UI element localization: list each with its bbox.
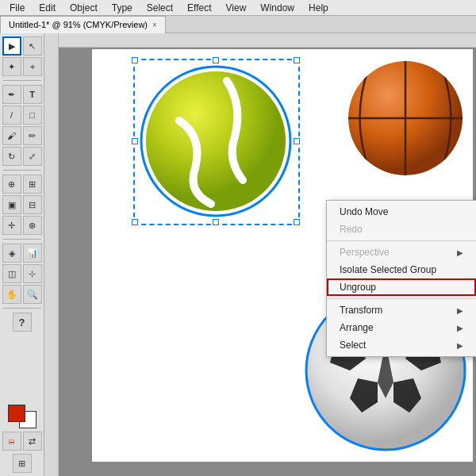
svg-point-2 xyxy=(146,71,286,211)
menu-effect[interactable]: Effect xyxy=(181,1,217,15)
divider-1 xyxy=(3,80,41,81)
handle-bm[interactable] xyxy=(213,219,219,225)
tool-row-1: ▶ ↖ xyxy=(2,36,42,56)
context-menu-arrange[interactable]: Arrange ▶ xyxy=(327,319,476,336)
menu-bar: File Edit Object Type Select Effect View… xyxy=(0,0,476,16)
tool-row-8: ▣ ⊟ xyxy=(2,195,42,214)
tool-row-5: 🖌 ✏ xyxy=(2,126,42,145)
context-menu-undo-move[interactable]: Undo Move xyxy=(327,203,476,221)
artboard-tool[interactable]: ◫ xyxy=(2,264,21,283)
magic-wand-tool[interactable]: ✦ xyxy=(2,57,21,76)
transform-arrow: ▶ xyxy=(457,306,463,315)
tool-row-3: ✒ T xyxy=(2,85,42,104)
free-transform-tool[interactable]: ⊞ xyxy=(23,175,42,194)
context-menu-perspective: Perspective ▶ xyxy=(327,244,476,261)
tab-bar: Untitled-1* @ 91% (CMYK/Preview) × xyxy=(0,16,476,33)
canvas-area: Undo Move Redo Perspective ▶ Isolate Sel… xyxy=(44,33,476,476)
tool-row-13: ? xyxy=(13,313,32,332)
lasso-tool[interactable]: ⌖ xyxy=(23,57,42,76)
tool-row-12: ✋ 🔍 xyxy=(2,285,42,304)
rect-tool[interactable]: □ xyxy=(23,106,42,125)
perspective-arrow: ▶ xyxy=(457,248,463,257)
handle-br[interactable] xyxy=(294,219,300,225)
slice-tool[interactable]: ⊹ xyxy=(23,264,42,283)
context-menu-select[interactable]: Select ▶ xyxy=(327,336,476,354)
direct-select-tool[interactable]: ↖ xyxy=(23,36,42,56)
select-tool[interactable]: ▶ xyxy=(2,36,21,56)
handle-bl[interactable] xyxy=(132,219,138,225)
tool-row-6: ↻ ⤢ xyxy=(2,147,42,166)
divider-3 xyxy=(3,239,41,240)
column-graph-tool[interactable]: 📊 xyxy=(23,244,42,263)
selection-group xyxy=(140,65,292,217)
context-menu-separator-2 xyxy=(327,298,476,299)
scale-tool[interactable]: ⤢ xyxy=(23,147,42,166)
menu-file[interactable]: File xyxy=(3,1,31,15)
type-tool[interactable]: T xyxy=(23,85,42,104)
handle-ml[interactable] xyxy=(132,138,138,144)
tab-title: Untitled-1* @ 91% (CMYK/Preview) xyxy=(9,20,148,29)
tool-row-9: ✛ ⊗ xyxy=(2,216,42,235)
arrange-arrow: ▶ xyxy=(457,324,463,332)
screen-mode[interactable]: ⊞ xyxy=(13,454,32,473)
color-swatch-area: □ ⇄ ⊞ xyxy=(0,401,44,476)
swap-colors[interactable]: ⇄ xyxy=(23,432,42,451)
menu-edit[interactable]: Edit xyxy=(33,1,62,15)
tab-close-button[interactable]: × xyxy=(152,21,157,29)
handle-tr[interactable] xyxy=(294,57,300,63)
menu-help[interactable]: Help xyxy=(302,1,335,15)
handle-tm[interactable] xyxy=(213,57,219,63)
ruler-vertical xyxy=(44,33,59,476)
help-tool[interactable]: ? xyxy=(13,313,32,332)
color-swatches[interactable] xyxy=(8,405,36,428)
tool-row-4: / □ xyxy=(2,106,42,125)
context-menu-ungroup[interactable]: Ungroup xyxy=(327,278,476,296)
tool-row-11: ◫ ⊹ xyxy=(2,264,42,283)
hand-tool[interactable]: ✋ xyxy=(2,285,21,304)
gradient-tool[interactable]: ▣ xyxy=(2,195,21,214)
main-area: ▶ ↖ ✦ ⌖ ✒ T / □ 🖌 ✏ ↻ ⤢ ⊕ ⊞ ▣ xyxy=(0,33,476,476)
pencil-tool[interactable]: ✏ xyxy=(23,126,42,145)
context-menu: Undo Move Redo Perspective ▶ Isolate Sel… xyxy=(326,200,476,357)
zoom-tool[interactable]: 🔍 xyxy=(23,285,42,304)
blend-tool[interactable]: ⊗ xyxy=(23,216,42,235)
rotate-tool[interactable]: ↻ xyxy=(2,147,21,166)
context-menu-transform[interactable]: Transform ▶ xyxy=(327,301,476,319)
eyedropper-tool[interactable]: ✛ xyxy=(2,216,21,235)
context-menu-redo: Redo xyxy=(327,221,476,238)
brush-tool[interactable]: 🖌 xyxy=(2,126,21,145)
tool-row-10: ◈ 📊 xyxy=(2,244,42,263)
basketball xyxy=(346,57,465,180)
symbol-tool[interactable]: ◈ xyxy=(2,244,21,263)
menu-type[interactable]: Type xyxy=(106,1,139,15)
foreground-color-swatch[interactable] xyxy=(8,405,25,422)
tool-row-2: ✦ ⌖ xyxy=(2,57,42,76)
menu-object[interactable]: Object xyxy=(63,1,104,15)
menu-window[interactable]: Window xyxy=(254,1,301,15)
fill-stroke-row: □ ⇄ xyxy=(2,432,42,451)
context-menu-separator-1 xyxy=(327,240,476,241)
tool-row-7: ⊕ ⊞ xyxy=(2,175,42,194)
divider-4 xyxy=(3,308,41,309)
menu-select[interactable]: Select xyxy=(140,1,179,15)
mesh-tool[interactable]: ⊟ xyxy=(23,195,42,214)
handle-tl[interactable] xyxy=(132,57,138,63)
pen-tool[interactable]: ✒ xyxy=(2,85,21,104)
context-menu-isolate-selected-group[interactable]: Isolate Selected Group xyxy=(327,261,476,278)
none-fill[interactable]: □ xyxy=(2,432,21,451)
select-arrow: ▶ xyxy=(457,341,463,350)
artboard: Undo Move Redo Perspective ▶ Isolate Sel… xyxy=(92,49,473,462)
line-tool[interactable]: / xyxy=(2,106,21,125)
screen-mode-row: ⊞ xyxy=(13,454,32,473)
warp-tool[interactable]: ⊕ xyxy=(2,175,21,194)
document-tab[interactable]: Untitled-1* @ 91% (CMYK/Preview) × xyxy=(0,16,166,33)
ruler-horizontal xyxy=(44,33,476,48)
divider-2 xyxy=(3,170,41,171)
tennis-ball xyxy=(140,65,292,217)
menu-view[interactable]: View xyxy=(220,1,253,15)
handle-mr[interactable] xyxy=(294,138,300,144)
toolbar: ▶ ↖ ✦ ⌖ ✒ T / □ 🖌 ✏ ↻ ⤢ ⊕ ⊞ ▣ xyxy=(0,33,44,476)
